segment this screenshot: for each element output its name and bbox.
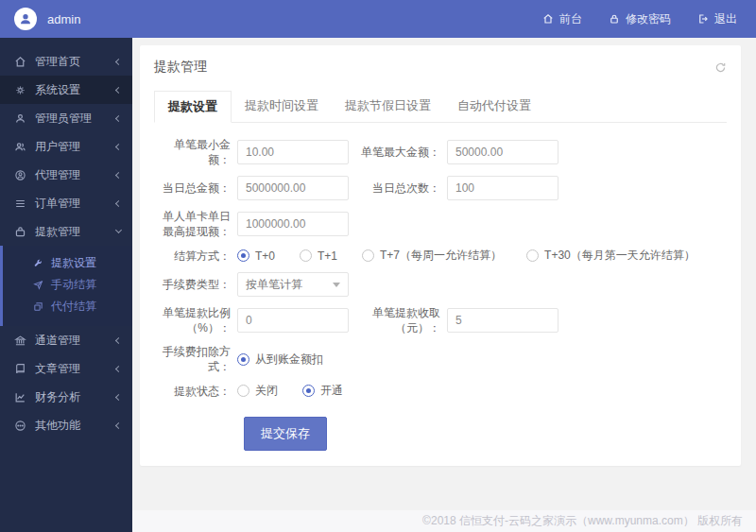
sidebar-item-label: 用户管理: [35, 139, 80, 155]
chart-icon: [14, 391, 26, 403]
chevron-left-icon: [115, 171, 122, 178]
sidebar-item-admin-management[interactable]: 管理员管理: [0, 104, 132, 132]
settle-mode-option-t0[interactable]: T+0: [237, 249, 275, 263]
sidebar-item-order-management[interactable]: 订单管理: [0, 189, 132, 217]
frontend-link[interactable]: 前台: [542, 11, 582, 27]
sidebar-item-agent-management[interactable]: 代理管理: [0, 161, 132, 189]
sidebar-item-label: 系统设置: [35, 82, 80, 98]
sidebar-item-label: 其他功能: [35, 418, 80, 434]
refresh-icon[interactable]: [714, 61, 727, 74]
min-amount-input[interactable]: [237, 140, 349, 164]
signout-icon: [697, 13, 709, 25]
min-amount-label: 单笔最小金额：: [154, 137, 237, 167]
avatar: [14, 8, 37, 30]
tab-withdraw-time-settings[interactable]: 提款时间设置: [232, 91, 332, 123]
chevron-left-icon: [115, 86, 122, 93]
fee-percent-label: 单笔提款比例（%）：: [154, 305, 237, 335]
lock-icon: [609, 13, 620, 25]
tab-bar: 提款设置 提款时间设置 提款节假日设置 自动代付设置: [154, 91, 727, 123]
fee-fixed-input[interactable]: [447, 308, 558, 333]
max-amount-input[interactable]: [447, 140, 558, 164]
fee-fixed-label: 单笔提款收取（元）：: [358, 305, 447, 335]
caret-down-icon: [333, 283, 340, 287]
submit-save-button[interactable]: 提交保存: [244, 417, 327, 451]
footer: ©2018 信恒支付-云码之家演示（www.myunma.com） 版权所有: [132, 510, 756, 532]
chevron-left-icon: [115, 58, 122, 64]
per-card-max-input[interactable]: [237, 212, 349, 236]
transfer-icon: [33, 301, 43, 312]
per-card-max-label: 单人单卡单日最高提现额：: [154, 209, 237, 239]
change-password-label: 修改密码: [626, 11, 671, 27]
withdraw-settings-form: 单笔最小金额： 单笔最大金额： 当日总金额： 当日总次数： 单人单卡单日最高提现…: [140, 123, 741, 460]
change-password-link[interactable]: 修改密码: [609, 11, 671, 27]
tab-withdraw-settings[interactable]: 提款设置: [154, 91, 232, 123]
copyright-text: ©2018 信恒支付-云码之家演示（www.myunma.com） 版权所有: [422, 513, 743, 529]
gears-icon: [14, 84, 26, 96]
topbar: admin 前台 修改密码 退出: [0, 0, 756, 38]
sidebar-item-article-management[interactable]: 文章管理: [0, 354, 132, 383]
sidebar-item-label: 提款管理: [35, 224, 80, 240]
sidebar-subitem-label: 代付结算: [51, 299, 96, 315]
tab-auto-agentpay-settings[interactable]: 自动代付设置: [444, 91, 544, 123]
sidebar: 管理首页 系统设置 管理员管理 用户管理 代理管理 订单管理 提款管理 提款设置: [0, 38, 132, 532]
radio-icon: [362, 249, 374, 262]
sidebar-item-withdraw-management[interactable]: 提款管理: [0, 217, 132, 246]
sidebar-subitem-withdraw-settings[interactable]: 提款设置: [3, 252, 132, 274]
sidebar-item-label: 文章管理: [35, 361, 80, 377]
admin-user-icon: [14, 112, 26, 125]
sidebar-item-other-functions[interactable]: 其他功能: [0, 411, 132, 439]
sidebar-item-label: 通道管理: [35, 333, 80, 349]
status-option-closed[interactable]: 关闭: [237, 383, 278, 399]
sidebar-item-channel-management[interactable]: 通道管理: [0, 326, 132, 354]
chevron-down-icon: [115, 227, 122, 233]
logout-label: 退出: [714, 11, 737, 27]
sidebar-item-dashboard[interactable]: 管理首页: [0, 47, 132, 76]
radio-icon: [302, 385, 315, 397]
sidebar-subitem-agentpay-settlement[interactable]: 代付结算: [3, 296, 132, 317]
book-icon: [14, 363, 26, 375]
withdraw-status-label: 提款状态：: [154, 384, 237, 399]
wrench-icon: [33, 258, 43, 268]
sidebar-subitem-manual-settlement[interactable]: 手动结算: [3, 274, 132, 296]
send-icon: [33, 280, 43, 290]
tab-withdraw-holiday-settings[interactable]: 提款节假日设置: [332, 91, 444, 123]
bank-icon: [14, 335, 26, 347]
radio-icon: [526, 249, 539, 262]
agent-icon: [14, 169, 26, 181]
fee-type-label: 手续费类型：: [154, 277, 237, 292]
settle-mode-option-t1[interactable]: T+1: [300, 249, 337, 263]
fee-deduct-option-arrival[interactable]: 从到账金额扣: [237, 352, 323, 368]
sidebar-subitem-label: 提款设置: [51, 255, 96, 271]
fee-type-select[interactable]: 按单笔计算: [237, 272, 349, 297]
sidebar-item-label: 订单管理: [35, 196, 80, 212]
fee-deduct-label: 手续费扣除方式：: [154, 344, 237, 374]
sidebar-item-finance-analysis[interactable]: 财务分析: [0, 383, 132, 411]
daily-total-input[interactable]: [237, 176, 349, 200]
settle-mode-option-t7[interactable]: T+7（每周一允许结算）: [362, 248, 502, 264]
daily-count-label: 当日总次数：: [358, 180, 447, 196]
circle-more-icon: [14, 420, 26, 432]
user-brand[interactable]: admin: [0, 8, 132, 30]
card-header: 提款管理: [140, 45, 741, 83]
chevron-left-icon: [115, 114, 122, 121]
daily-total-label: 当日总金额：: [154, 180, 237, 196]
username-label: admin: [47, 12, 80, 26]
chevron-left-icon: [115, 393, 122, 400]
fee-type-value: 按单笔计算: [246, 277, 302, 293]
radio-icon: [237, 353, 249, 366]
fee-percent-input[interactable]: [237, 308, 349, 333]
fee-deduct-options: 从到账金额扣: [237, 352, 323, 368]
status-option-open[interactable]: 开通: [302, 383, 343, 399]
sidebar-item-label: 管理员管理: [35, 111, 92, 127]
sidebar-item-label: 管理首页: [35, 54, 80, 70]
chevron-left-icon: [115, 199, 122, 206]
home-icon: [14, 56, 26, 68]
logout-link[interactable]: 退出: [697, 11, 737, 27]
sidebar-item-user-management[interactable]: 用户管理: [0, 132, 132, 161]
max-amount-label: 单笔最大金额：: [358, 145, 447, 160]
daily-count-input[interactable]: [447, 176, 558, 200]
sidebar-item-system-settings[interactable]: 系统设置: [0, 76, 132, 104]
chevron-left-icon: [115, 143, 122, 149]
settle-mode-option-t30[interactable]: T+30（每月第一天允许结算）: [526, 248, 696, 264]
frontend-label: 前台: [559, 11, 582, 27]
